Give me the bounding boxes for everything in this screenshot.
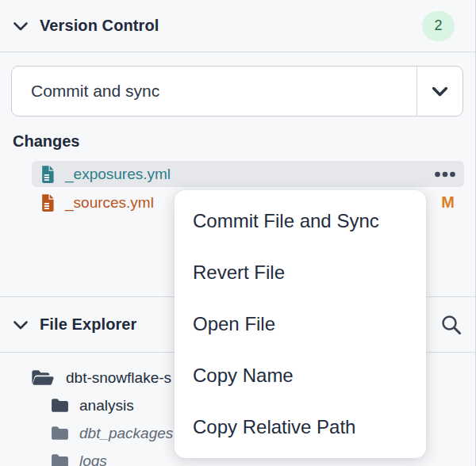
yml-file-icon (40, 193, 56, 212)
version-control-title: Version Control (40, 17, 159, 35)
version-control-header[interactable]: Version Control 2 (0, 0, 476, 52)
context-menu-item[interactable]: Commit File and Sync (175, 196, 426, 247)
folder-icon (50, 425, 70, 441)
changes-section-label: Changes (13, 132, 79, 151)
row-actions-ellipsis-button[interactable] (434, 171, 456, 178)
file-explorer-title: File Explorer (40, 315, 136, 334)
commit-options-toggle[interactable] (416, 67, 463, 116)
file-status-badge: M (441, 193, 456, 212)
file-tree-item-name: dbt_packages (79, 425, 173, 442)
search-icon[interactable] (440, 313, 463, 337)
changed-file-name: _exposures.yml (65, 166, 171, 183)
commit-and-sync-label: Commit and sync (12, 67, 416, 116)
folder-icon (50, 453, 70, 466)
commit-and-sync-button[interactable]: Commit and sync (11, 66, 463, 116)
context-menu-item[interactable]: Copy Relative Path (175, 401, 426, 453)
file-context-menu: Commit File and Sync Revert File Open Fi… (175, 190, 426, 458)
chevron-down-icon (429, 81, 451, 102)
context-menu-item[interactable]: Revert File (175, 247, 426, 299)
chevron-down-icon (11, 315, 30, 334)
folder-icon (50, 397, 70, 414)
context-menu-item[interactable]: Open File (175, 299, 426, 350)
context-menu-item[interactable]: Copy Name (175, 350, 426, 401)
version-control-panel: Version Control 2 Commit and sync Change… (0, 0, 476, 466)
yml-file-icon (40, 165, 56, 184)
file-tree-item-name: logs (79, 453, 107, 466)
file-tree-item-name: dbt-snowflake-s (66, 369, 171, 387)
changed-file-name: _sources.yml (65, 194, 154, 212)
chevron-down-icon (11, 17, 30, 36)
file-tree-item-name: analysis (79, 397, 134, 414)
changes-count-badge: 2 (422, 11, 455, 41)
folder-open-icon (30, 369, 54, 387)
changed-file-row[interactable]: _exposures.yml (32, 161, 464, 187)
